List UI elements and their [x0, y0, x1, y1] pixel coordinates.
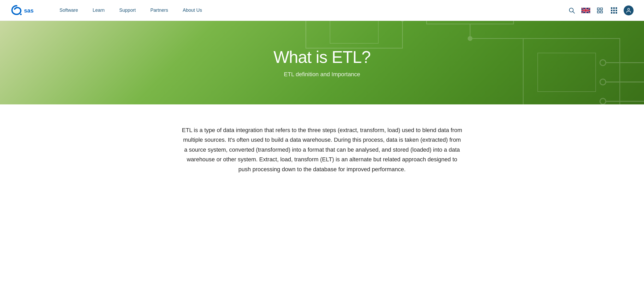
sas-logo: sas — [10, 3, 42, 17]
header-right — [567, 5, 634, 15]
svg-rect-12 — [427, 21, 514, 24]
intro-paragraph: ETL is a type of data integration that r… — [181, 125, 463, 174]
nav-learn[interactable]: Learn — [85, 0, 112, 21]
svg-line-3 — [573, 11, 575, 13]
nav-software[interactable]: Software — [52, 0, 85, 21]
svg-rect-7 — [597, 11, 599, 13]
nav-about-us[interactable]: About Us — [175, 0, 209, 21]
hero-subtitle: ETL definition and Importance — [273, 71, 371, 78]
svg-point-24 — [600, 60, 606, 66]
notifications-icon[interactable] — [595, 6, 604, 15]
svg-point-21 — [468, 36, 473, 41]
svg-point-28 — [600, 98, 606, 104]
hero-content: What is ETL? ETL definition and Importan… — [263, 32, 381, 93]
logo-wrap[interactable]: sas — [10, 3, 42, 17]
site-header: sas Software Learn Support Partners Abou… — [0, 0, 644, 21]
svg-text:sas: sas — [24, 7, 34, 14]
svg-rect-8 — [600, 11, 603, 13]
apps-grid-icon[interactable] — [610, 6, 618, 15]
header-left: sas Software Learn Support Partners Abou… — [10, 0, 209, 21]
svg-rect-6 — [600, 8, 603, 10]
nav-partners[interactable]: Partners — [143, 0, 175, 21]
svg-point-9 — [628, 8, 629, 10]
hero-title: What is ETL? — [273, 48, 371, 67]
main-content: ETL is a type of data integration that r… — [165, 104, 479, 195]
hero-banner: What is ETL? ETL definition and Importan… — [0, 21, 644, 104]
svg-point-0 — [20, 14, 22, 15]
search-icon[interactable] — [567, 6, 576, 15]
svg-point-20 — [400, 21, 405, 22]
nav-support[interactable]: Support — [112, 0, 143, 21]
svg-point-26 — [600, 79, 606, 85]
svg-rect-5 — [597, 8, 599, 10]
language-flag-icon[interactable] — [581, 6, 590, 15]
svg-rect-15 — [538, 53, 596, 92]
main-nav: Software Learn Support Partners About Us — [52, 0, 209, 21]
user-account-icon[interactable] — [624, 5, 634, 15]
